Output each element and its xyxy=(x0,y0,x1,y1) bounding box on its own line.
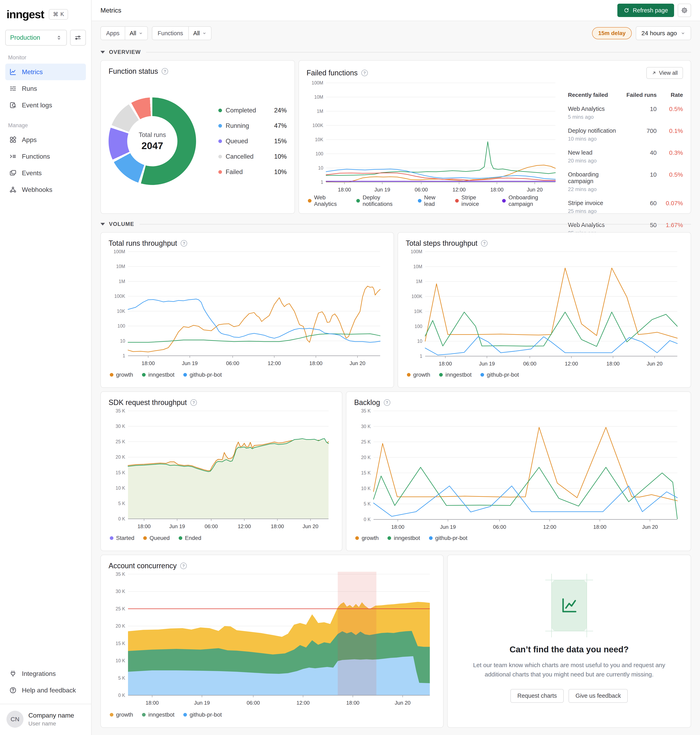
status-legend-item[interactable]: Completed24% xyxy=(218,107,287,114)
collapse-triangle-icon[interactable] xyxy=(100,223,105,225)
legend-dot xyxy=(455,199,459,203)
backlog-chart[interactable]: 35 K30 K25 K20 K15 K10 K5 K0 K18:00Jun 1… xyxy=(354,407,683,532)
table-row[interactable]: Stripe invoice25 mins ago600.07% xyxy=(568,200,683,214)
svg-text:Jun 19: Jun 19 xyxy=(479,361,495,367)
sdk-request-chart[interactable]: 35 K30 K25 K20 K15 K10 K5 K0 K18:00Jun 1… xyxy=(109,407,334,532)
legend-label: Queued xyxy=(150,535,170,541)
view-all-button[interactable]: View all xyxy=(646,67,683,79)
legend-item[interactable]: inngestbot xyxy=(439,371,472,378)
help-icon[interactable]: ? xyxy=(190,399,197,406)
svg-text:12:00: 12:00 xyxy=(238,523,251,529)
svg-text:Jun 20: Jun 20 xyxy=(303,523,318,529)
svg-text:0 K: 0 K xyxy=(364,517,371,522)
legend-label: inngestbot xyxy=(148,371,174,378)
legend-item[interactable]: growth xyxy=(110,371,133,378)
arrow-up-right-icon xyxy=(651,71,656,75)
help-icon[interactable]: ? xyxy=(481,240,488,246)
request-charts-button[interactable]: Request charts xyxy=(510,689,564,703)
settings-button[interactable] xyxy=(678,4,691,17)
svg-text:10K: 10K xyxy=(414,309,422,314)
status-legend-item[interactable]: Queued15% xyxy=(218,138,287,145)
environment-filter-button[interactable] xyxy=(70,30,86,46)
legend-item[interactable]: Web Analytics xyxy=(308,194,347,207)
legend-item[interactable]: growth xyxy=(110,711,133,718)
svg-text:35 K: 35 K xyxy=(116,572,125,577)
legend-label: growth xyxy=(116,371,133,378)
total-steps-chart[interactable]: 100M10M1M100K10K10010118:00Jun 1906:0012… xyxy=(406,247,683,369)
sidebar-item-functions[interactable]: Functions xyxy=(5,148,86,165)
legend-label: Completed xyxy=(226,107,256,114)
card-title: Total runs throughput xyxy=(109,239,177,247)
svg-text:35 K: 35 K xyxy=(361,408,371,414)
table-row[interactable]: Deploy notification10 mins ago7000.1% xyxy=(568,127,683,142)
legend-item[interactable]: github-pr-bot xyxy=(183,371,222,378)
legend-item[interactable]: inngestbot xyxy=(142,711,174,718)
status-legend-item[interactable]: Failed10% xyxy=(218,168,287,176)
svg-text:10M: 10M xyxy=(413,264,422,269)
environment-value: Production xyxy=(10,34,40,41)
legend-item[interactable]: inngestbot xyxy=(142,371,174,378)
request-charts-card: Can’t find the data you need? Let our te… xyxy=(447,555,691,728)
legend-dot xyxy=(142,713,146,717)
table-row[interactable]: Onboarding campaign22 mins ago100.5% xyxy=(568,171,683,193)
table-row[interactable]: Web Analytics5 mins ago100.5% xyxy=(568,106,683,120)
function-status-card: Function status ? Total runs 2047 Comple… xyxy=(100,60,295,214)
failed-functions-chart[interactable]: 100M10M1M100K10K10010118:00Jun 1906:0012… xyxy=(307,79,561,195)
profile-menu[interactable]: CN Company name User name xyxy=(5,710,86,729)
legend-value: 10% xyxy=(274,168,287,176)
svg-text:18:00: 18:00 xyxy=(309,360,322,366)
legend-item[interactable]: inngestbot xyxy=(387,535,420,541)
status-legend-item[interactable]: Cancelled10% xyxy=(218,153,287,160)
sidebar-item-event-logs[interactable]: Event logs xyxy=(5,97,86,113)
legend-item[interactable]: Queued xyxy=(143,535,170,541)
help-icon[interactable]: ? xyxy=(384,399,390,406)
command-k-shortcut[interactable]: ⌘K xyxy=(49,9,68,20)
decor-line xyxy=(545,580,593,580)
refresh-page-button[interactable]: Refresh page xyxy=(618,4,674,17)
help-icon[interactable]: ? xyxy=(361,70,368,76)
legend-dot xyxy=(387,536,391,540)
svg-text:Jun 20: Jun 20 xyxy=(647,361,663,367)
sidebar-item-runs[interactable]: Runs xyxy=(5,80,86,97)
collapse-triangle-icon[interactable] xyxy=(100,51,105,53)
legend-item[interactable]: growth xyxy=(355,535,379,541)
time-range-select[interactable]: 24 hours ago xyxy=(636,27,691,40)
give-feedback-button[interactable]: Give us feedback xyxy=(569,689,628,703)
sidebar-item-integrations[interactable]: Integrations xyxy=(5,665,86,682)
failed-time-ago: 20 mins ago xyxy=(568,158,620,164)
svg-text:100M: 100M xyxy=(312,80,323,85)
table-row[interactable]: New lead20 mins ago400.3% xyxy=(568,149,683,164)
help-icon[interactable]: ? xyxy=(181,240,187,246)
legend-item[interactable]: github-pr-bot xyxy=(183,711,222,718)
help-icon[interactable]: ? xyxy=(180,563,187,569)
svg-text:15 K: 15 K xyxy=(116,641,125,646)
legend-item[interactable]: Ended xyxy=(179,535,201,541)
legend-label: growth xyxy=(362,535,379,541)
legend-item[interactable]: Onboarding campaign xyxy=(502,194,561,207)
svg-text:20 K: 20 K xyxy=(361,455,371,460)
decor-line xyxy=(545,631,593,631)
svg-text:0 K: 0 K xyxy=(118,693,125,698)
environment-select[interactable]: Production xyxy=(5,30,67,46)
sidebar-item-metrics[interactable]: Metrics xyxy=(5,63,86,80)
legend-item[interactable]: github-pr-bot xyxy=(481,371,519,378)
functions-filter[interactable]: Functions All xyxy=(152,27,212,40)
svg-text:100M: 100M xyxy=(113,249,125,254)
total-runs-chart[interactable]: 100M10M1M100K10K10010118:00Jun 1906:0012… xyxy=(109,247,386,369)
status-legend-item[interactable]: Running47% xyxy=(218,122,287,130)
sidebar-item-webhooks[interactable]: Webhooks xyxy=(5,181,86,198)
sidebar-item-apps[interactable]: Apps xyxy=(5,131,86,148)
apps-filter[interactable]: Apps All xyxy=(100,27,148,40)
legend-item[interactable]: github-pr-bot xyxy=(429,535,468,541)
function-status-donut[interactable]: Total runs 2047 xyxy=(109,97,196,185)
help-icon[interactable]: ? xyxy=(162,68,168,75)
legend-item[interactable]: Started xyxy=(110,535,134,541)
sidebar-item-events[interactable]: Events xyxy=(5,165,86,181)
legend-item[interactable]: New lead xyxy=(418,194,446,207)
legend-item[interactable]: Stripe invoice xyxy=(455,194,493,207)
account-concurrency-chart[interactable]: 35 K30 K25 K20 K15 K10 K5 K0 K18:00Jun 1… xyxy=(109,570,435,708)
legend-item[interactable]: growth xyxy=(407,371,430,378)
legend-label: Web Analytics xyxy=(314,194,347,207)
sidebar-item-help-and-feedback[interactable]: Help and feedback xyxy=(5,682,86,698)
legend-item[interactable]: Deploy notifications xyxy=(356,194,409,207)
